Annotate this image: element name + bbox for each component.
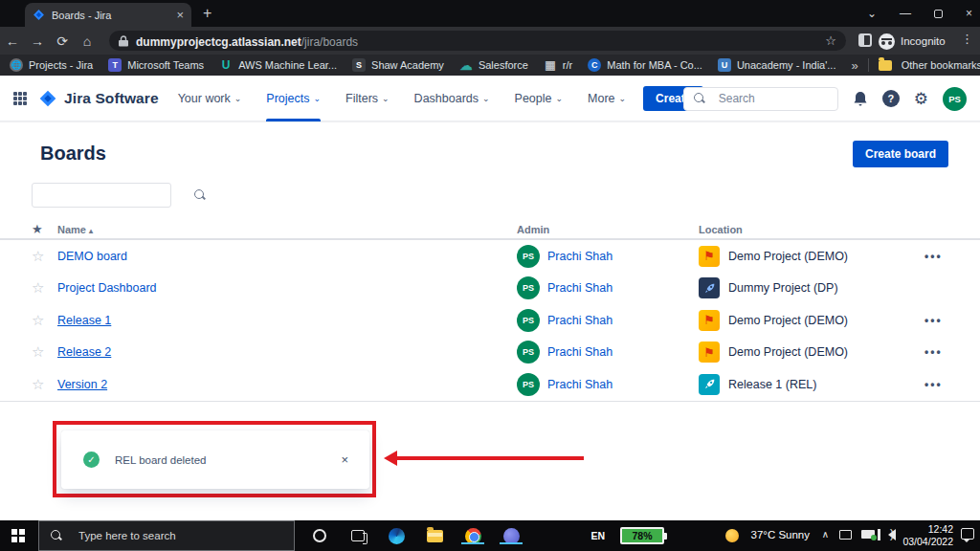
board-link[interactable]: DEMO board (57, 250, 127, 263)
flag-project-icon: ⚑ (699, 246, 720, 267)
nav-people[interactable]: People⌄ (515, 76, 563, 121)
row-menu-icon[interactable]: ••• (924, 378, 943, 391)
window-minimize-icon[interactable]: — (900, 8, 911, 19)
row-menu-icon[interactable]: ••• (924, 314, 943, 327)
board-filter-input[interactable] (33, 188, 192, 202)
app-switcher-icon[interactable] (13, 92, 27, 105)
power-tray-icon[interactable] (861, 530, 875, 539)
table-row: ☆ Project Dashboard PSPrachi Shah Dummy … (0, 273, 980, 305)
windows-start-icon[interactable] (11, 529, 25, 542)
bookmark-item[interactable]: TMicrosoft Teams (108, 58, 204, 72)
bookmarks-overflow-icon[interactable]: » (851, 58, 858, 73)
global-search[interactable] (683, 87, 838, 111)
nav-your-work[interactable]: Your work⌄ (178, 76, 242, 121)
star-toggle-icon[interactable]: ☆ (32, 312, 44, 329)
board-link[interactable]: Version 2 (57, 378, 107, 391)
window-menu-icon[interactable]: ⌄ (867, 8, 877, 19)
admin-link[interactable]: Prachi Shah (547, 314, 612, 327)
star-toggle-icon[interactable]: ☆ (32, 376, 44, 393)
browser-menu-icon[interactable]: ⋮ (961, 32, 973, 46)
admin-link[interactable]: Prachi Shah (547, 250, 612, 263)
edge-icon[interactable] (388, 527, 405, 544)
cortana-icon[interactable] (311, 527, 328, 544)
star-toggle-icon[interactable]: ☆ (32, 279, 44, 297)
board-filter[interactable] (32, 183, 171, 208)
globe-icon: 🌐 (10, 58, 23, 72)
browser-toolbar: ← → ⟳ ⌂ dummyprojectcg.atlassian.net/jir… (0, 27, 980, 55)
volume-icon[interactable] (888, 529, 896, 540)
nav-more[interactable]: More⌄ (588, 76, 626, 121)
board-link[interactable]: Release 1 (57, 314, 111, 327)
chrome-icon[interactable] (464, 527, 481, 544)
notifications-bell-icon[interactable] (853, 91, 868, 107)
browser-tab[interactable]: Boards - Jira × (25, 3, 191, 27)
board-link[interactable]: Project Dashboard (57, 281, 157, 295)
help-icon[interactable]: ? (882, 90, 900, 107)
board-link[interactable]: Release 2 (57, 345, 111, 359)
address-bar[interactable]: dummyprojectcg.atlassian.net/jira/boards… (109, 31, 846, 51)
star-toggle-icon[interactable]: ☆ (32, 343, 44, 361)
back-icon[interactable]: ← (0, 33, 25, 49)
jira-logo-icon (38, 89, 57, 108)
nav-projects[interactable]: Projects⌄ (266, 76, 321, 121)
home-icon[interactable]: ⌂ (75, 33, 100, 49)
column-admin[interactable]: Admin (517, 224, 549, 235)
tray-chevron-up-icon[interactable]: ∧ (822, 529, 829, 540)
file-explorer-icon[interactable] (426, 527, 443, 544)
jira-favicon (33, 9, 45, 21)
nav-dashboards[interactable]: Dashboards⌄ (414, 76, 490, 121)
action-center-icon[interactable] (961, 528, 974, 540)
app-icon[interactable] (502, 527, 520, 544)
location-label: Release 1 (REL) (728, 378, 816, 391)
language-indicator[interactable]: EN (590, 530, 605, 541)
side-panel-icon[interactable] (858, 33, 872, 47)
udemy-icon: U (219, 58, 233, 72)
page-title: Boards (40, 143, 106, 165)
new-tab-button[interactable]: + (203, 5, 212, 22)
taskbar-search-input[interactable] (78, 530, 270, 541)
star-column-icon[interactable]: ★ (32, 222, 43, 236)
weather-widget[interactable]: 37°C Sunny (751, 529, 811, 540)
toast-close-icon[interactable]: × (341, 452, 348, 467)
nav-filters[interactable]: Filters⌄ (345, 76, 390, 121)
column-name[interactable]: Name ▴ (57, 224, 93, 235)
bookmark-item[interactable]: ☁Salesforce (459, 58, 528, 72)
tab-close-icon[interactable]: × (176, 8, 184, 22)
admin-link[interactable]: Prachi Shah (547, 345, 612, 359)
reload-icon[interactable]: ⟳ (50, 33, 75, 49)
other-bookmarks-label[interactable]: Other bookmarks (902, 59, 980, 71)
table-row: ☆ Release 1 PSPrachi Shah ⚑Demo Project … (0, 304, 980, 337)
window-close-icon[interactable]: × (966, 8, 972, 19)
row-menu-icon[interactable]: ••• (924, 250, 943, 263)
battery-indicator[interactable]: 78% (620, 527, 664, 544)
location-label: Dummy Project (DP) (728, 281, 838, 295)
bookmark-item[interactable]: UAWS Machine Lear... (219, 58, 337, 72)
rocket-project-icon (699, 374, 720, 395)
bookmark-item[interactable]: CMath for MBA - Co... (588, 58, 702, 72)
column-location[interactable]: Location (699, 224, 743, 235)
bookmark-item[interactable]: UUnacademy - India'... (718, 58, 836, 72)
lock-icon (119, 35, 128, 47)
window-restore-icon[interactable] (934, 10, 943, 18)
global-search-input[interactable] (719, 92, 824, 105)
bookmark-star-icon[interactable]: ☆ (825, 33, 836, 48)
task-view-icon[interactable] (349, 527, 367, 544)
jira-logo[interactable]: Jira Software (38, 89, 159, 108)
create-board-button[interactable]: Create board (853, 141, 948, 167)
row-menu-icon[interactable]: ••• (924, 345, 943, 359)
display-tray-icon[interactable] (839, 530, 852, 540)
admin-avatar: PS (517, 341, 540, 364)
taskbar-clock[interactable]: 12:42 03/04/2022 (902, 523, 953, 548)
bookmark-item[interactable]: 🌐Projects - Jira (10, 58, 93, 72)
search-icon (194, 189, 206, 201)
bookmark-item[interactable]: SShaw Academy (352, 58, 444, 72)
taskbar-search[interactable] (38, 520, 295, 551)
admin-link[interactable]: Prachi Shah (547, 378, 612, 391)
user-avatar[interactable]: PS (943, 87, 967, 111)
sun-icon (725, 529, 739, 542)
forward-icon[interactable]: → (25, 33, 50, 49)
star-toggle-icon[interactable]: ☆ (32, 248, 44, 265)
bookmark-item[interactable]: ▦r/r (544, 58, 572, 72)
settings-gear-icon[interactable]: ⚙ (914, 89, 928, 109)
admin-link[interactable]: Prachi Shah (547, 281, 612, 295)
